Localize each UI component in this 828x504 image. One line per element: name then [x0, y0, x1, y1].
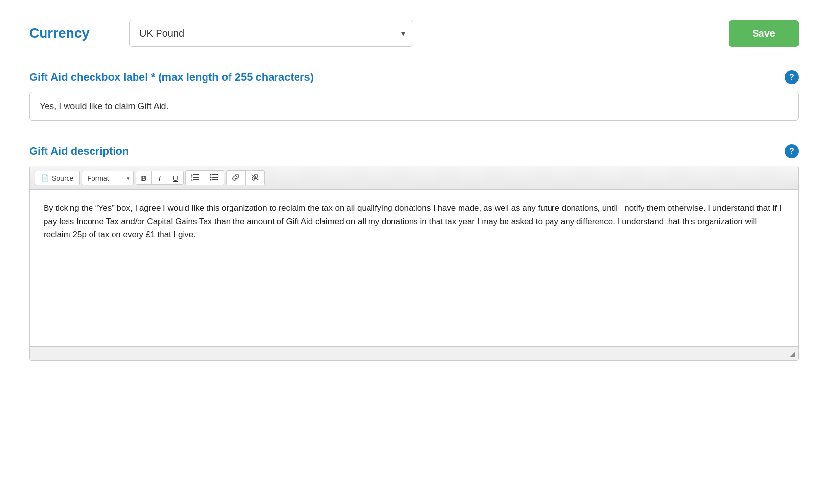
- bold-button[interactable]: B: [136, 171, 152, 184]
- editor-footer: ◢: [30, 346, 798, 360]
- gift-aid-checkbox-section: Gift Aid checkbox label * (max length of…: [29, 70, 799, 121]
- svg-rect-1: [193, 177, 199, 178]
- currency-select[interactable]: UK PoundUS DollarEuroAustralian Dollar: [129, 20, 413, 47]
- svg-point-9: [210, 174, 212, 176]
- ordered-list-button[interactable]: 1. 2. 3.: [186, 171, 205, 185]
- source-label: Source: [52, 174, 73, 182]
- svg-point-10: [210, 177, 212, 178]
- rich-text-editor: 📄 Source Format Paragraph Heading 1 Head…: [29, 166, 799, 361]
- list-format-group: 1. 2. 3.: [185, 170, 224, 185]
- gift-aid-checkbox-label-text: Gift Aid checkbox label * (max length of…: [29, 71, 779, 84]
- svg-text:3.: 3.: [191, 178, 193, 181]
- italic-button[interactable]: I: [152, 171, 167, 184]
- resize-handle-icon: ◢: [790, 350, 795, 357]
- gift-aid-description-help-icon[interactable]: ?: [785, 144, 799, 158]
- format-select[interactable]: Format Paragraph Heading 1 Heading 2: [82, 171, 134, 185]
- source-icon: 📄: [41, 174, 49, 182]
- underline-button[interactable]: U: [167, 171, 183, 184]
- gift-aid-description-label-text: Gift Aid description: [29, 145, 779, 158]
- svg-rect-6: [212, 174, 218, 175]
- editor-body[interactable]: By ticking the “Yes” box, I agree I woul…: [30, 190, 798, 346]
- link-button[interactable]: [227, 171, 246, 185]
- currency-row: Currency UK PoundUS DollarEuroAustralian…: [29, 20, 799, 47]
- text-format-group: B I U: [136, 171, 184, 185]
- unlink-button[interactable]: [246, 171, 264, 185]
- gift-aid-checkbox-help-icon[interactable]: ?: [785, 70, 799, 84]
- currency-select-container: UK PoundUS DollarEuroAustralian Dollar ▾: [129, 20, 413, 47]
- unordered-list-button[interactable]: [205, 171, 224, 185]
- editor-toolbar: 📄 Source Format Paragraph Heading 1 Head…: [30, 166, 798, 190]
- svg-rect-0: [193, 174, 199, 175]
- svg-rect-2: [193, 179, 199, 180]
- currency-select-wrapper: UK PoundUS DollarEuroAustralian Dollar ▾: [129, 20, 413, 47]
- svg-rect-7: [212, 177, 218, 178]
- svg-rect-8: [212, 179, 218, 180]
- gift-aid-checkbox-input[interactable]: [29, 92, 799, 121]
- gift-aid-description-section: Gift Aid description ? 📄 Source Format P…: [29, 144, 799, 361]
- currency-label: Currency: [29, 25, 117, 41]
- link-group: [226, 170, 265, 185]
- format-select-wrapper: Format Paragraph Heading 1 Heading 2 ▾: [82, 171, 134, 185]
- gift-aid-description-header: Gift Aid description ?: [29, 144, 799, 158]
- source-button[interactable]: 📄 Source: [35, 171, 80, 185]
- save-button[interactable]: Save: [729, 20, 799, 47]
- svg-point-11: [210, 179, 212, 181]
- gift-aid-checkbox-label-header: Gift Aid checkbox label * (max length of…: [29, 70, 799, 84]
